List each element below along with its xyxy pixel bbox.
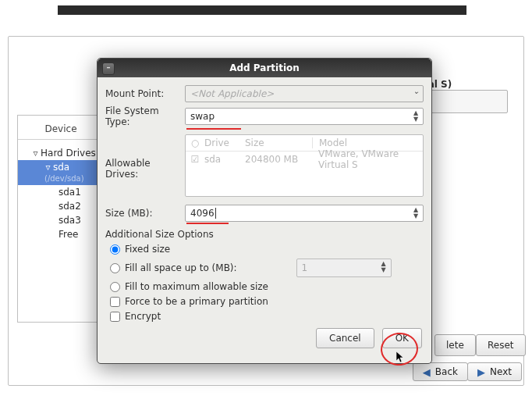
fs-type-label: File System Type: (105, 105, 185, 127)
annotation-underline (186, 223, 229, 224)
tree-node-sda[interactable]: ▿sda (/dev/sda) (18, 160, 104, 185)
size-input[interactable]: 4096 ▲▼ (185, 205, 424, 222)
top-strip (58, 5, 466, 15)
allowable-drives-list[interactable]: ○ Drive Size Model ☑ sda 204800 MB VMwar… (185, 134, 424, 197)
tree-node-free[interactable]: Free (18, 227, 104, 241)
tree-node-sda3[interactable]: sda3 (18, 213, 104, 227)
tree-node-sda1[interactable]: sda1 (18, 185, 104, 199)
column-header-size: Size (245, 137, 312, 148)
additional-size-legend: Additional Size Options (105, 229, 424, 240)
radio-input[interactable] (110, 263, 120, 273)
checkbox-input[interactable] (110, 312, 120, 322)
mount-point-label: Mount Point: (105, 88, 185, 99)
next-button[interactable]: ▶ Next (467, 362, 522, 381)
expander-icon[interactable]: ▿ (44, 162, 53, 173)
spinner-icon[interactable]: ▲▼ (410, 207, 421, 219)
check-force-primary[interactable]: Force to be a primary partition (110, 296, 424, 307)
dialog-title: Add Partition (229, 62, 300, 73)
expander-icon[interactable]: ▿ (32, 148, 41, 159)
add-partition-dialog: – Add Partition Mount Point: <Not Applic… (97, 58, 432, 364)
text-cursor (215, 208, 216, 219)
annotation-underline (186, 128, 241, 130)
arrow-left-icon: ◀ (423, 366, 431, 378)
radio-input[interactable] (110, 244, 120, 255)
spinner-icon: ▲▼ (378, 261, 389, 273)
size-label: Size (MB): (105, 208, 185, 219)
tree-node-hard-drives[interactable]: ▿Hard Drives (18, 146, 104, 160)
device-tree: Device ▿Hard Drives ▿sda (/dev/sda) sda1… (17, 115, 105, 323)
drive-row[interactable]: ☑ sda 204800 MB VMware, VMware Virtual S (186, 152, 423, 167)
chevron-down-icon: ⌄ (413, 88, 420, 95)
minimize-icon[interactable]: – (102, 62, 115, 75)
tree-node-sda2[interactable]: sda2 (18, 199, 104, 213)
column-header-drive: Drive (204, 137, 245, 148)
fill-up-to-spin: 1 ▲▼ (296, 259, 392, 277)
radio-fill-max[interactable]: Fill to maximum allowable size (110, 281, 424, 292)
check-encrypt[interactable]: Encrypt (110, 311, 424, 322)
radio-input[interactable] (110, 282, 120, 292)
radio-fill-up-to[interactable]: Fill all space up to (MB): 1 ▲▼ (110, 259, 424, 277)
radio-fixed-size[interactable]: Fixed size (110, 244, 424, 255)
allowable-drives-label: Allowable Drives: (105, 134, 185, 180)
drive-row-checkbox[interactable]: ☑ (186, 154, 204, 165)
back-button[interactable]: ◀ Back (413, 362, 468, 381)
column-header-device: Device (18, 116, 104, 139)
cancel-button[interactable]: Cancel (316, 328, 374, 348)
column-header-model: Model (312, 137, 423, 148)
fs-type-combo[interactable]: swap ▲▼ (185, 108, 424, 125)
arrow-right-icon: ▶ (477, 366, 485, 378)
reset-button[interactable]: Reset (476, 334, 526, 356)
mount-point-combo[interactable]: <Not Applicable> ⌄ (185, 85, 424, 102)
column-header-check: ○ (186, 137, 204, 148)
ok-button[interactable]: OK (382, 328, 422, 348)
dialog-titlebar[interactable]: – Add Partition (98, 59, 431, 77)
checkbox-input[interactable] (110, 297, 120, 307)
delete-button-partial[interactable]: lete (434, 334, 476, 356)
spinner-icon[interactable]: ▲▼ (410, 110, 421, 123)
